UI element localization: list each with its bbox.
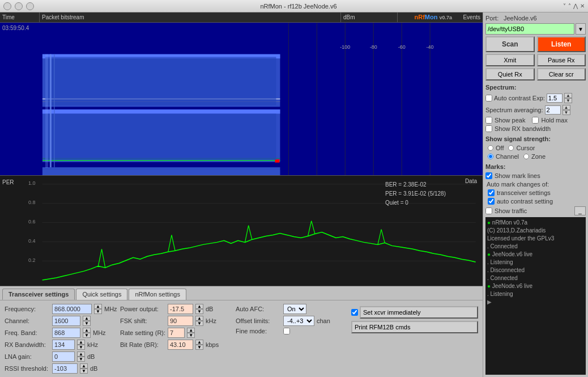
clear-scr-button[interactable]: Clear scr: [537, 68, 586, 81]
print-rfm12b-button[interactable]: Print RFM12B cmds: [351, 321, 478, 333]
rate-input[interactable]: [168, 328, 185, 338]
set-xcvr-button[interactable]: Set xcvr immediately: [360, 306, 478, 319]
auto-contrast-setting-checkbox[interactable]: [488, 198, 495, 205]
br-down-btn[interactable]: ▼: [195, 345, 203, 350]
quiet-value: Quiet = 0: [385, 198, 478, 207]
svg-rect-20: [54, 54, 55, 167]
quiet-rx-button[interactable]: Quiet Rx: [485, 68, 535, 81]
port-dropdown-btn[interactable]: ▼: [576, 23, 586, 35]
tab-quick-settings[interactable]: Quick settings: [76, 289, 127, 300]
svg-text:-100: -100: [340, 45, 350, 50]
fsk-up-btn[interactable]: ▲: [195, 316, 203, 321]
offset-select[interactable]: -4..+3: [283, 316, 314, 326]
exp-input[interactable]: [547, 94, 563, 103]
per-y-0.2: 0.2: [28, 257, 36, 263]
tab-transceiver-settings[interactable]: Transceiver settings: [2, 289, 75, 300]
lna-up-btn[interactable]: ▲: [77, 351, 85, 357]
freq-band-spinner[interactable]: ▲▼: [83, 328, 91, 338]
main-layout: Time Packet bitstream dBm nRfMon v0.7a E…: [0, 12, 588, 377]
chevron-up-icon[interactable]: ˄: [568, 3, 571, 9]
freq-band-input[interactable]: [52, 328, 80, 338]
power-unit: dB: [206, 306, 213, 312]
chan-down-btn[interactable]: ▼: [83, 321, 91, 326]
pow-down-btn[interactable]: ▼: [195, 309, 203, 314]
lna-spinner[interactable]: ▲▼: [77, 351, 85, 362]
scan-button[interactable]: Scan: [485, 36, 535, 52]
minimize-button[interactable]: [15, 2, 23, 10]
log-line-8: ● JeeNode.v6 live: [487, 282, 584, 290]
radio-cursor[interactable]: [508, 145, 514, 151]
radio-channel[interactable]: [488, 154, 493, 159]
lna-input[interactable]: [52, 351, 75, 362]
avg-spinner[interactable]: ▲▼: [563, 105, 570, 115]
hold-max-checkbox[interactable]: [532, 117, 539, 124]
avg-up[interactable]: ▲: [563, 105, 570, 110]
rssi-down-btn[interactable]: ▼: [80, 368, 88, 374]
power-spinner[interactable]: ▲▼: [195, 304, 203, 314]
avg-input[interactable]: [545, 105, 561, 115]
rx-bw-spinner[interactable]: ▲▼: [77, 340, 85, 350]
transceiver-settings-checkbox[interactable]: [488, 189, 495, 196]
listen-button[interactable]: Listen: [537, 36, 586, 52]
radio-off[interactable]: [488, 145, 493, 151]
rxbw-up-btn[interactable]: ▲: [77, 340, 85, 345]
afc-select[interactable]: OnOff: [283, 304, 306, 314]
exp-spinner[interactable]: ▲▼: [564, 93, 572, 103]
rssi-up-btn[interactable]: ▲: [80, 363, 88, 368]
power-input[interactable]: [168, 304, 193, 314]
frequency-input[interactable]: [52, 304, 92, 314]
fb-down-btn[interactable]: ▼: [83, 333, 91, 338]
channel-spinner[interactable]: ▲▼: [83, 316, 91, 326]
rx-bw-input[interactable]: [52, 340, 75, 350]
auto-contrast-checkbox[interactable]: [485, 95, 492, 101]
frequency-spinner[interactable]: ▲▼: [94, 304, 102, 314]
rate-up-btn[interactable]: ▲: [187, 328, 195, 333]
rssi-spinner[interactable]: ▲▼: [80, 363, 88, 374]
close-button[interactable]: [3, 2, 11, 10]
bitrate-unit: kbps: [206, 341, 219, 348]
show-traffic-checkbox[interactable]: [485, 207, 492, 214]
exp-down[interactable]: ▼: [564, 98, 572, 103]
show-peak-row: Show peak Hold max: [485, 117, 586, 124]
bitrate-spinner[interactable]: ▲▼: [195, 340, 203, 350]
pow-up-btn[interactable]: ▲: [195, 304, 203, 309]
channel-input[interactable]: [52, 316, 80, 326]
show-rx-bw-checkbox[interactable]: [485, 125, 492, 132]
radio-zone[interactable]: [523, 154, 529, 159]
show-peak-checkbox[interactable]: [485, 117, 492, 124]
dbm-column-header: dBm: [341, 12, 398, 22]
pause-rx-button[interactable]: Pause Rx: [537, 54, 586, 66]
tab-nrfmon-settings[interactable]: nRfMon settings: [129, 289, 186, 300]
bitrate-input[interactable]: [168, 340, 193, 350]
set-xcvr-checkbox[interactable]: [351, 309, 358, 316]
lna-down-btn[interactable]: ▼: [77, 357, 85, 362]
fsk-down-btn[interactable]: ▼: [195, 321, 203, 326]
freq-up-btn[interactable]: ▲: [94, 304, 102, 309]
fb-up-btn[interactable]: ▲: [83, 328, 91, 333]
freq-down-btn[interactable]: ▼: [94, 309, 102, 314]
exp-label: Exp:: [532, 95, 545, 101]
fine-mode-checkbox[interactable]: [283, 328, 290, 334]
rxbw-down-btn[interactable]: ▼: [77, 345, 85, 350]
show-mark-lines-checkbox[interactable]: [485, 172, 492, 179]
rssi-input[interactable]: [52, 363, 78, 374]
rate-spinner[interactable]: ▲▼: [187, 328, 195, 338]
br-up-btn[interactable]: ▲: [195, 340, 203, 345]
maximize-button[interactable]: [26, 2, 34, 10]
fsk-input[interactable]: [168, 316, 193, 326]
xmit-button[interactable]: Xmit: [485, 54, 535, 66]
avg-down[interactable]: ▼: [563, 110, 570, 115]
port-input-field[interactable]: [485, 23, 574, 35]
svg-rect-17: [45, 57, 276, 105]
radio-channel-row: Channel: [488, 153, 519, 160]
fsk-spinner[interactable]: ▲▼: [195, 316, 203, 326]
window-close-icon[interactable]: ✕: [580, 3, 585, 9]
tabs-bar: Transceiver settings Quick settings nRfM…: [0, 286, 483, 300]
chan-up-btn[interactable]: ▲: [83, 316, 91, 321]
chevron-down-icon[interactable]: ˅: [563, 3, 566, 9]
exp-up[interactable]: ▲: [564, 93, 572, 98]
frequency-label: Frequency:: [5, 306, 50, 312]
freq-band-row: Freq. Band: ▲▼ MHz: [5, 328, 118, 338]
rate-down-btn[interactable]: ▼: [187, 333, 195, 338]
chevron-double-up-icon[interactable]: ⋀: [573, 3, 578, 9]
